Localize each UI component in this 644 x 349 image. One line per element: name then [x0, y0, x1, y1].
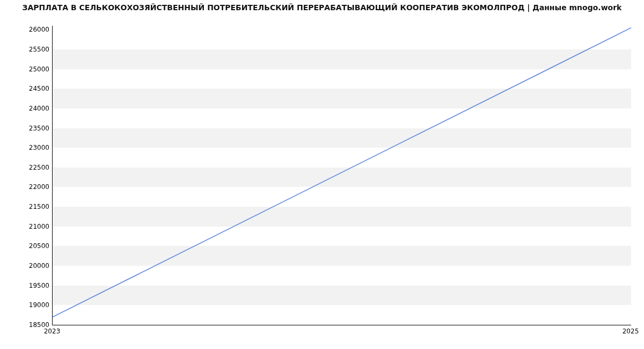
- x-tick-label: 2025: [623, 328, 639, 335]
- plot-area: [52, 26, 631, 325]
- y-tick-label: 20000: [1, 262, 49, 270]
- y-tick-label: 20500: [1, 242, 49, 250]
- y-tick-label: 23500: [1, 125, 49, 132]
- y-tick-label: 19000: [1, 301, 49, 309]
- salary-line-chart: ЗАРПЛАТА В СЕЛЬКОКОХОЗЯЙСТВЕННЫЙ ПОТРЕБИ…: [0, 0, 644, 349]
- series-line: [53, 28, 631, 317]
- y-tick-label: 24500: [1, 85, 49, 92]
- y-tick-label: 25500: [1, 46, 49, 53]
- y-tick-label: 23000: [1, 144, 49, 151]
- y-tick-label: 25000: [1, 66, 49, 73]
- x-tick-label: 2023: [44, 328, 61, 335]
- y-tick-label: 21000: [1, 223, 49, 230]
- y-tick-label: 21500: [1, 203, 49, 210]
- y-tick-label: 22000: [1, 183, 49, 191]
- y-tick-label: 22500: [1, 164, 49, 171]
- y-tick-label: 18500: [1, 321, 49, 329]
- y-tick-label: 19500: [1, 282, 49, 289]
- data-line: [53, 26, 631, 325]
- chart-title: ЗАРПЛАТА В СЕЛЬКОКОХОЗЯЙСТВЕННЫЙ ПОТРЕБИ…: [0, 3, 644, 12]
- y-tick-label: 26000: [1, 26, 49, 33]
- y-tick-label: 24000: [1, 105, 49, 112]
